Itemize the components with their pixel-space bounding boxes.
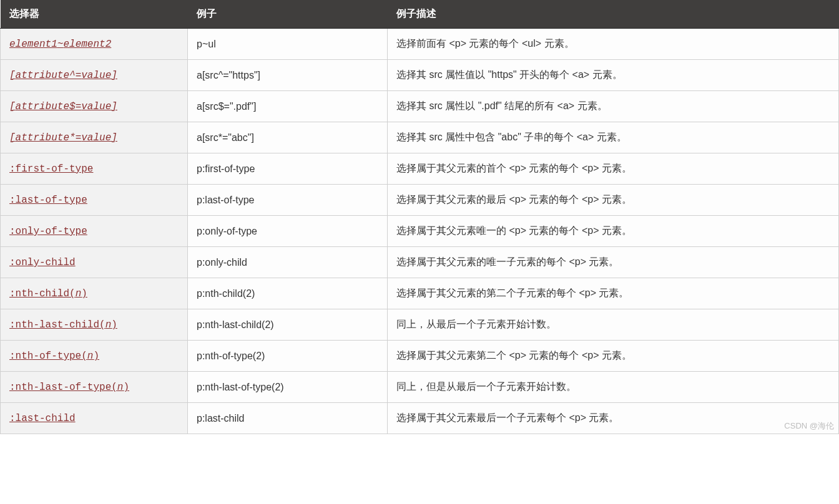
watermark-text: CSDN @海伦: [784, 420, 834, 432]
selector-link[interactable]: :last-of-type: [9, 195, 87, 206]
cell-selector: :only-of-type: [1, 216, 188, 247]
cell-example: a[src^="https"]: [188, 60, 388, 91]
table-row: :first-of-typep:first-of-type选择属于其父元素的首个…: [1, 153, 839, 185]
cell-example: a[src*="abc"]: [188, 122, 388, 153]
table-row: :only-of-typep:only-of-type选择属于其父元素唯一的 <…: [1, 216, 839, 247]
selector-link[interactable]: :only-of-type: [9, 226, 87, 237]
cell-selector: :only-child: [1, 247, 188, 278]
cell-example: p:only-of-type: [188, 216, 388, 247]
cell-description: 同上，但是从最后一个子元素开始计数。: [388, 372, 839, 403]
cell-example: p:nth-last-of-type(2): [188, 372, 388, 403]
selector-link[interactable]: :last-child: [9, 413, 76, 424]
table-row: [attribute^=value]a[src^="https"]选择其 src…: [1, 60, 839, 91]
selector-link[interactable]: :nth-child(n): [9, 288, 87, 299]
cell-example: p:nth-of-type(2): [188, 341, 388, 372]
cell-description: 选择其 src 属性值以 "https" 开头的每个 <a> 元素。: [388, 60, 839, 91]
cell-description: 选择属于其父元素唯一的 <p> 元素的每个 <p> 元素。: [388, 216, 839, 247]
cell-example: p:last-of-type: [188, 185, 388, 216]
header-example: 例子: [188, 0, 388, 29]
cell-description: 选择其 src 属性中包含 "abc" 子串的每个 <a> 元素。: [388, 122, 839, 153]
header-description: 例子描述: [388, 0, 839, 29]
selector-reference-table: 选择器 例子 例子描述 element1~element2p~ul选择前面有 <…: [0, 0, 839, 434]
cell-selector: [attribute$=value]: [1, 91, 188, 122]
cell-example: p~ul: [188, 29, 388, 60]
cell-selector: [attribute*=value]: [1, 122, 188, 153]
cell-selector: :nth-of-type(n): [1, 341, 188, 372]
header-selector: 选择器: [1, 0, 188, 29]
cell-example: p:first-of-type: [188, 153, 388, 185]
cell-description: 选择属于其父元素最后一个子元素每个 <p> 元素。: [388, 403, 839, 434]
cell-description: 选择属于其父元素的唯一子元素的每个 <p> 元素。: [388, 247, 839, 278]
cell-description: 同上，从最后一个子元素开始计数。: [388, 309, 839, 341]
table-row: :only-childp:only-child选择属于其父元素的唯一子元素的每个…: [1, 247, 839, 278]
cell-description: 选择属于其父元素的最后 <p> 元素的每个 <p> 元素。: [388, 185, 839, 216]
cell-selector: :nth-last-of-type(n): [1, 372, 188, 403]
cell-description: 选择其 src 属性以 ".pdf" 结尾的所有 <a> 元素。: [388, 91, 839, 122]
cell-description: 选择前面有 <p> 元素的每个 <ul> 元素。: [388, 29, 839, 60]
table-row: [attribute$=value]a[src$=".pdf"]选择其 src …: [1, 91, 839, 122]
selector-link[interactable]: :only-child: [9, 257, 76, 268]
table-row: [attribute*=value]a[src*="abc"]选择其 src 属…: [1, 122, 839, 153]
cell-example: p:last-child: [188, 403, 388, 434]
selector-link[interactable]: :nth-last-child(n): [9, 319, 117, 331]
cell-description: 选择属于其父元素第二个 <p> 元素的每个 <p> 元素。: [388, 341, 839, 372]
table-row: :nth-last-child(n)p:nth-last-child(2)同上，…: [1, 309, 839, 341]
selector-link[interactable]: [attribute^=value]: [9, 70, 117, 81]
cell-description: 选择属于其父元素的第二个子元素的每个 <p> 元素。: [388, 278, 839, 309]
cell-example: p:only-child: [188, 247, 388, 278]
selector-link[interactable]: element1~element2: [9, 39, 111, 50]
cell-selector: element1~element2: [1, 29, 188, 60]
selector-link[interactable]: [attribute*=value]: [9, 132, 117, 143]
selector-link[interactable]: :nth-of-type(n): [9, 351, 99, 362]
table-header-row: 选择器 例子 例子描述: [1, 0, 839, 29]
cell-selector: :last-of-type: [1, 185, 188, 216]
table-row: :last-of-typep:last-of-type选择属于其父元素的最后 <…: [1, 185, 839, 216]
cell-selector: :nth-child(n): [1, 278, 188, 309]
table-row: :last-childp:last-child选择属于其父元素最后一个子元素每个…: [1, 403, 839, 434]
cell-description: 选择属于其父元素的首个 <p> 元素的每个 <p> 元素。: [388, 153, 839, 185]
cell-example: p:nth-child(2): [188, 278, 388, 309]
table-row: element1~element2p~ul选择前面有 <p> 元素的每个 <ul…: [1, 29, 839, 60]
cell-selector: :first-of-type: [1, 153, 188, 185]
table-row: :nth-of-type(n)p:nth-of-type(2)选择属于其父元素第…: [1, 341, 839, 372]
cell-example: a[src$=".pdf"]: [188, 91, 388, 122]
selector-link[interactable]: :first-of-type: [9, 163, 93, 175]
cell-selector: :last-child: [1, 403, 188, 434]
cell-example: p:nth-last-child(2): [188, 309, 388, 341]
selector-link[interactable]: [attribute$=value]: [9, 101, 117, 112]
cell-selector: [attribute^=value]: [1, 60, 188, 91]
selector-link[interactable]: :nth-last-of-type(n): [9, 382, 129, 393]
table-row: :nth-last-of-type(n)p:nth-last-of-type(2…: [1, 372, 839, 403]
cell-selector: :nth-last-child(n): [1, 309, 188, 341]
table-row: :nth-child(n)p:nth-child(2)选择属于其父元素的第二个子…: [1, 278, 839, 309]
